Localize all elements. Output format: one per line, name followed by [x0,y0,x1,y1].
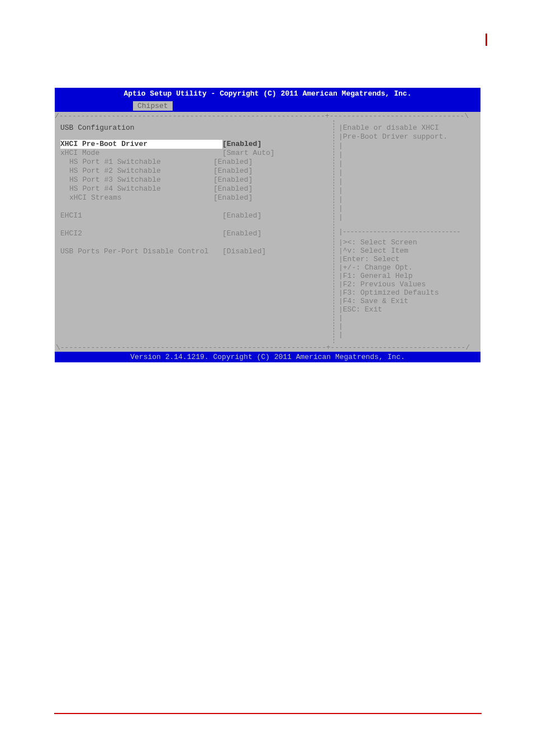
item-label: HS Port #4 Switchable [60,185,213,193]
footer-version: Version 2.14.1219. Copyright (C) 2011 Am… [55,352,480,362]
content-area: USB Configuration XHCI Pre-Boot Driver [… [55,120,480,343]
item-xhci-streams[interactable]: xHCI Streams [Enabled] [60,193,331,202]
item-label: EHCI1 [60,211,222,220]
border-bottom: \---------------------------------------… [55,343,480,352]
page-footer-line [54,713,482,714]
item-value: [Enabled] [213,167,331,176]
page-marker [486,34,487,46]
item-xhci-mode[interactable]: xHCI Mode [Smart Auto] [60,149,331,158]
item-value: [Disabled] [222,247,331,256]
nav-line: |F4: Save & Exit [339,297,477,305]
nav-divider: |------------------------------- [339,228,477,236]
item-label: xHCI Streams [60,193,213,202]
item-ehci2[interactable]: EHCI2 [Enabled] [60,229,331,238]
item-value: [Enabled] [222,229,331,238]
help-text: |Enable or disable XHCI |Pre-Boot Driver… [339,124,477,222]
help-line: |Pre-Boot Driver support. [339,133,477,141]
item-value: [Enabled] [213,158,331,167]
nav-line: |ESC: Exit [339,305,477,314]
nav-line: |F1: General Help [339,272,477,280]
item-label: XHCI Pre-Boot Driver [60,140,222,149]
item-value: [Enabled] [222,140,331,149]
nav-help: |><: Select Screen |^v: Select Item |Ent… [339,238,477,339]
nav-line: |F2: Previous Values [339,280,477,289]
nav-line: |+/-: Change Opt. [339,263,477,272]
item-value: [Enabled] [222,211,331,220]
item-label: USB Ports Per-Port Disable Control [60,247,222,256]
item-value: [Enabled] [213,193,331,202]
item-label: xHCI Mode [60,149,222,158]
bios-window: Aptio Setup Utility - Copyright (C) 2011… [55,88,480,362]
settings-panel: USB Configuration XHCI Pre-Boot Driver [… [55,120,334,343]
tab-chipset[interactable]: Chipset [133,101,173,111]
item-hs-port-3[interactable]: HS Port #3 Switchable [Enabled] [60,176,331,185]
item-hs-port-1[interactable]: HS Port #1 Switchable [Enabled] [60,158,331,167]
border-top: /---------------------------------------… [55,112,480,120]
item-ehci1[interactable]: EHCI1 [Enabled] [60,211,331,220]
item-hs-port-4[interactable]: HS Port #4 Switchable [Enabled] [60,185,331,193]
item-label: HS Port #3 Switchable [60,176,213,185]
item-value: [Enabled] [213,185,331,193]
help-line: |Enable or disable XHCI [339,124,477,133]
nav-line: |Enter: Select [339,255,477,263]
tab-bar: Chipset [55,100,480,112]
item-value: [Smart Auto] [222,149,331,158]
help-panel: |Enable or disable XHCI |Pre-Boot Driver… [334,120,480,343]
nav-line: |><: Select Screen [339,238,477,247]
item-usb-ports-disable[interactable]: USB Ports Per-Port Disable Control [Disa… [60,247,331,256]
item-value: [Enabled] [213,176,331,185]
item-label: HS Port #1 Switchable [60,158,213,167]
item-label: EHCI2 [60,229,222,238]
item-hs-port-2[interactable]: HS Port #2 Switchable [Enabled] [60,167,331,176]
section-title: USB Configuration [60,124,331,132]
nav-line: |F3: Optimized Defaults [339,289,477,297]
item-label: HS Port #2 Switchable [60,167,213,176]
item-xhci-preboot[interactable]: XHCI Pre-Boot Driver [Enabled] [60,140,331,149]
nav-line: |^v: Select Item [339,247,477,255]
header-title: Aptio Setup Utility - Copyright (C) 2011… [55,88,480,100]
